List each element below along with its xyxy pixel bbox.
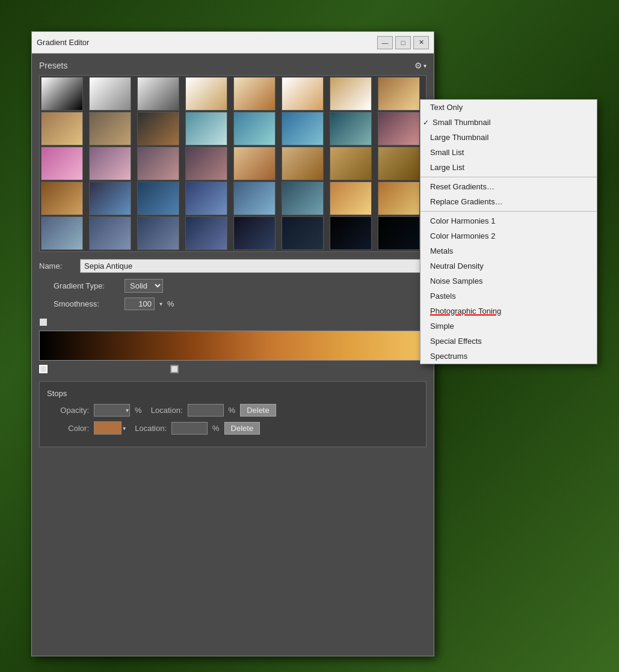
menu-item-small-list[interactable]: Small List	[420, 145, 597, 160]
gradient-thumb-35[interactable]	[185, 216, 227, 250]
stops-title: Stops	[47, 389, 419, 398]
name-field-row: Name:	[39, 259, 427, 273]
color-stop-right[interactable]	[170, 365, 179, 373]
gradient-type-label: Gradient Type:	[54, 281, 120, 290]
smoothness-label: Smoothness:	[54, 299, 120, 308]
gradient-thumb-14[interactable]	[330, 112, 372, 145]
color-dropdown-icon: ▾	[123, 425, 126, 432]
gradient-thumb-38[interactable]	[330, 216, 372, 250]
gradient-thumb-39[interactable]	[378, 216, 420, 250]
color-label: Color:	[47, 424, 89, 433]
opacity-row: Opacity: ▾ % Location: % Delete	[47, 404, 419, 417]
menu-separator-6	[420, 211, 597, 212]
color-location-input[interactable]	[171, 422, 208, 435]
dropdown-arrow-icon: ▾	[159, 301, 162, 307]
gradient-thumbnails-grid	[39, 75, 427, 252]
menu-item-large-thumbnail[interactable]: Large Thumbnail	[420, 130, 597, 145]
menu-item-noise-samples[interactable]: Noise Samples	[420, 273, 597, 289]
opacity-delete-button[interactable]: Delete	[240, 404, 276, 417]
gradient-type-row: Gradient Type: Solid Noise	[54, 279, 427, 293]
presets-header: Presets ⚙ ▾	[39, 61, 427, 70]
color-row: Color: ▾ Location: % Delete	[47, 421, 419, 435]
smoothness-row: Smoothness: ▾ %	[54, 298, 427, 310]
gradient-thumb-15[interactable]	[378, 112, 420, 145]
gradient-thumb-21[interactable]	[282, 147, 324, 180]
gradient-thumb-33[interactable]	[89, 216, 131, 250]
opacity-input[interactable]	[94, 404, 130, 417]
gear-icon: ⚙	[414, 61, 422, 70]
gradient-thumb-19[interactable]	[185, 147, 227, 180]
gradient-thumb-13[interactable]	[282, 112, 324, 145]
gradient-thumb-36[interactable]	[233, 216, 276, 250]
gradient-preview-bar[interactable]	[39, 331, 427, 361]
gradient-thumb-7[interactable]	[378, 77, 420, 111]
menu-item-neutral-density[interactable]: Neutral Density	[420, 258, 597, 273]
gradient-editor-dialog: Gradient Editor — □ ✕ Presets ⚙ ▾	[31, 31, 434, 656]
menu-item-reset-gradients[interactable]: Reset Gradients…	[420, 179, 597, 194]
gradient-thumb-24[interactable]	[41, 182, 83, 215]
gradient-thumb-12[interactable]	[233, 112, 276, 145]
dialog-content: Presets ⚙ ▾	[32, 53, 434, 454]
gradient-thumb-8[interactable]	[41, 112, 83, 145]
opacity-label: Opacity:	[47, 406, 89, 415]
gradient-thumb-2[interactable]	[137, 77, 179, 111]
menu-item-metals[interactable]: Metals	[420, 243, 597, 258]
gradient-thumb-6[interactable]	[330, 77, 372, 111]
menu-item-simple[interactable]: Simple	[420, 319, 597, 334]
gradient-thumb-4[interactable]	[233, 77, 276, 111]
gradient-thumb-29[interactable]	[282, 182, 324, 215]
close-button[interactable]: ✕	[413, 36, 429, 49]
gradient-thumb-26[interactable]	[137, 182, 179, 215]
menu-item-special-effects[interactable]: Special Effects	[420, 334, 597, 349]
color-swatch[interactable]	[94, 421, 122, 435]
color-stop-left[interactable]	[39, 365, 48, 373]
gradient-thumb-18[interactable]	[137, 147, 179, 180]
opacity-stop-row	[39, 316, 427, 328]
menu-item-color-harmonies-2[interactable]: Color Harmonies 2	[420, 228, 597, 243]
gradient-thumb-31[interactable]	[378, 182, 420, 215]
gradient-thumb-23[interactable]	[378, 147, 420, 180]
opacity-location-label: Location:	[147, 406, 183, 415]
gradient-thumb-17[interactable]	[89, 147, 131, 180]
gradient-thumb-0[interactable]	[41, 77, 83, 111]
gradient-type-select[interactable]: Solid Noise	[125, 279, 163, 293]
gradient-thumb-22[interactable]	[330, 147, 372, 180]
gradient-thumb-34[interactable]	[137, 216, 179, 250]
color-location-unit: %	[212, 424, 220, 433]
menu-item-replace-gradients[interactable]: Replace Gradients…	[420, 194, 597, 209]
presets-dropdown-menu: Text OnlySmall ThumbnailLarge ThumbnailS…	[420, 99, 597, 364]
gradient-thumb-1[interactable]	[89, 77, 131, 111]
gradient-thumb-3[interactable]	[185, 77, 227, 111]
opacity-dropdown-icon: ▾	[126, 407, 129, 414]
gradient-thumb-28[interactable]	[233, 182, 276, 215]
name-input[interactable]	[80, 259, 427, 273]
menu-item-large-list[interactable]: Large List	[420, 160, 597, 175]
gradient-thumb-25[interactable]	[89, 182, 131, 215]
menu-item-small-thumbnail[interactable]: Small Thumbnail	[420, 115, 597, 130]
opacity-location-unit: %	[229, 406, 236, 415]
gradient-thumb-27[interactable]	[185, 182, 227, 215]
menu-item-spectrums[interactable]: Spectrums	[420, 349, 597, 364]
gradient-thumb-16[interactable]	[41, 147, 83, 180]
gradient-thumb-20[interactable]	[233, 147, 276, 180]
gradient-thumb-37[interactable]	[282, 216, 324, 250]
gradient-thumb-30[interactable]	[330, 182, 372, 215]
minimize-button[interactable]: —	[377, 36, 393, 49]
gradient-thumb-5[interactable]	[282, 77, 324, 111]
smoothness-input[interactable]	[125, 298, 155, 310]
menu-item-color-harmonies-1[interactable]: Color Harmonies 1	[420, 213, 597, 228]
presets-menu-button[interactable]: ⚙ ▾	[414, 61, 427, 70]
dialog-title: Gradient Editor	[37, 38, 89, 47]
opacity-stop-indicator[interactable]	[39, 318, 48, 326]
opacity-location-input[interactable]	[188, 404, 224, 417]
gradient-thumb-11[interactable]	[185, 112, 227, 145]
menu-item-text-only[interactable]: Text Only	[420, 100, 597, 115]
menu-item-photographic-toning[interactable]: Photographic Toning	[420, 304, 597, 319]
menu-item-pastels[interactable]: Pastels	[420, 289, 597, 304]
color-delete-button[interactable]: Delete	[224, 422, 260, 435]
maximize-button[interactable]: □	[395, 36, 411, 49]
gradient-thumb-32[interactable]	[41, 216, 83, 250]
gradient-thumb-9[interactable]	[89, 112, 131, 145]
gradient-thumb-10[interactable]	[137, 112, 179, 145]
stops-section: Stops Opacity: ▾ % Location: % Delete Co…	[39, 381, 427, 447]
